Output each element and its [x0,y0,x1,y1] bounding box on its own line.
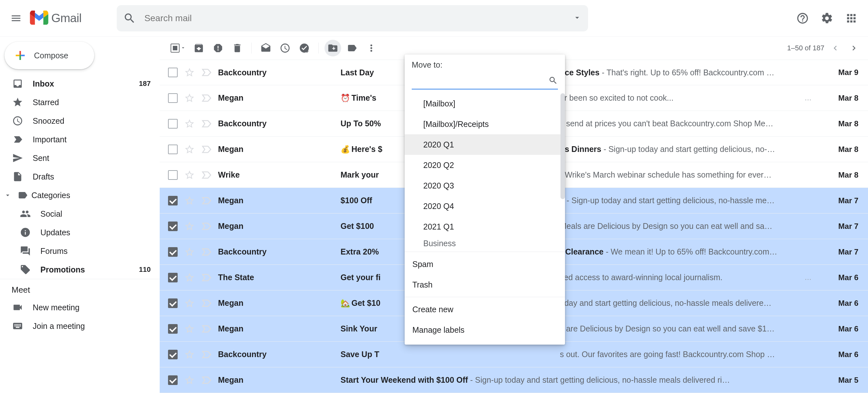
sidebar-item-join-a-meeting[interactable]: Join a meeting [0,317,160,335]
sidebar-item-label: Drafts [33,172,151,182]
search-input[interactable] [144,13,564,23]
mail-checkbox[interactable] [168,119,178,129]
search-options-button[interactable] [573,13,582,23]
popover-option[interactable]: 2021 Q1 [405,217,565,237]
report-spam-button[interactable] [210,40,226,57]
move-to-button[interactable] [324,40,341,57]
star-icon[interactable] [184,298,195,309]
sidebar-item-forums[interactable]: Forums [0,242,160,260]
sidebar-item-starred[interactable]: Starred [0,93,160,111]
popover-search-input[interactable] [412,74,548,87]
mail-subject: Start Your Weekend with $100 Off [341,375,468,384]
sidebar-item-promotions[interactable]: Promotions 110 [0,260,160,279]
popover-option-trash[interactable]: Trash [405,274,565,295]
star-icon[interactable] [184,195,195,206]
popover-option[interactable]: 2020 Q4 [405,196,565,217]
mail-checkbox[interactable] [168,93,178,103]
mail-checkbox[interactable] [168,68,178,77]
popover-action-create-new[interactable]: Create new [405,299,565,320]
mail-checkbox[interactable] [168,375,178,385]
popover-option[interactable]: 2020 Q2 [405,155,565,175]
sidebar-item-social[interactable]: Social [0,204,160,223]
mail-sender: Megan [218,93,337,103]
sidebar-item-sent[interactable]: Sent [0,149,160,167]
important-icon[interactable] [201,144,212,155]
older-page-button[interactable] [846,40,862,56]
popover-option[interactable]: Business [405,237,565,250]
add-to-tasks-button[interactable] [296,40,313,57]
mail-checkbox[interactable] [168,196,178,205]
search-bar[interactable] [117,5,588,31]
settings-button[interactable] [819,10,835,26]
star-icon[interactable] [184,67,195,78]
more-actions-button[interactable] [363,40,380,57]
sidebar-item-drafts[interactable]: Drafts [0,167,160,186]
mail-checkbox[interactable] [168,247,178,257]
popover-option-spam[interactable]: Spam [405,254,565,274]
star-icon[interactable] [184,93,195,103]
sidebar-item-important[interactable]: Important [0,130,160,149]
important-icon[interactable] [201,221,212,232]
mail-message: Get $100 [341,222,398,231]
star-icon[interactable] [184,221,195,232]
support-button[interactable] [795,10,810,26]
select-all-toggle[interactable] [169,43,188,53]
important-icon[interactable] [201,272,212,283]
mail-checkbox[interactable] [168,273,178,283]
popover-option[interactable]: 2020 Q1 [405,134,565,155]
archive-icon [193,43,204,54]
delete-button[interactable] [229,40,246,57]
apps-button[interactable] [844,10,859,26]
mail-checkbox[interactable] [168,350,178,359]
newer-page-button[interactable] [828,40,843,56]
gmail-logo[interactable]: Gmail [30,10,82,26]
labels-button[interactable] [344,40,361,57]
important-icon[interactable] [201,298,212,309]
important-icon[interactable] [201,349,212,360]
mail-checkbox[interactable] [168,324,178,334]
mail-row[interactable]: Backcountry Save Up T s out. Our favorit… [160,342,868,367]
mail-checkbox[interactable] [168,170,178,180]
star-icon[interactable] [184,247,195,257]
sidebar-item-inbox[interactable]: Inbox 187 [0,74,160,93]
mail-checkbox[interactable] [168,222,178,231]
star-icon[interactable] [184,118,195,129]
sidebar-item-snoozed[interactable]: Snoozed [0,111,160,130]
popover-option[interactable]: 2020 Q3 [405,175,565,196]
star-icon[interactable] [184,272,195,283]
star-icon[interactable] [184,375,195,386]
mail-snippet: us Dinners - Sign-up today and start get… [560,144,816,154]
star-icon[interactable] [184,349,195,360]
star-icon[interactable] [184,323,195,334]
mail-checkbox[interactable] [168,298,178,308]
mark-read-button[interactable] [257,40,274,57]
popover-action-manage-labels[interactable]: Manage labels [405,320,565,340]
important-icon[interactable] [201,93,212,103]
star-icon[interactable] [184,144,195,155]
star-icon[interactable] [184,170,195,181]
mail-subject: Get your fi [341,273,381,282]
select-dropdown-caret[interactable] [180,45,186,52]
important-icon[interactable] [201,375,212,386]
sidebar-item-updates[interactable]: Updates [0,223,160,242]
important-icon[interactable] [201,195,212,206]
mail-checkbox[interactable] [168,144,178,154]
important-icon[interactable] [201,323,212,334]
archive-button[interactable] [190,40,207,57]
popover-option[interactable]: [Mailbox]/Receipts [405,114,565,134]
info-icon [20,227,31,238]
mail-row[interactable]: Megan Start Your Weekend with $100 Off -… [160,367,868,393]
help-icon [796,12,809,25]
popover-option[interactable]: [Mailbox] [405,93,565,114]
important-icon[interactable] [201,118,212,129]
sidebar-item-categories[interactable]: Categories [0,186,160,204]
popover-search[interactable] [412,74,558,90]
sidebar-item-new-meeting[interactable]: New meeting [0,298,160,317]
compose-button[interactable]: Compose [4,42,94,69]
important-icon[interactable] [201,67,212,78]
snooze-button[interactable] [277,40,293,57]
important-icon[interactable] [201,247,212,257]
mail-snippet: nce Styles - That's right. Up to 65% off… [560,68,816,77]
important-icon[interactable] [201,170,212,181]
main-menu-button[interactable] [9,11,23,25]
